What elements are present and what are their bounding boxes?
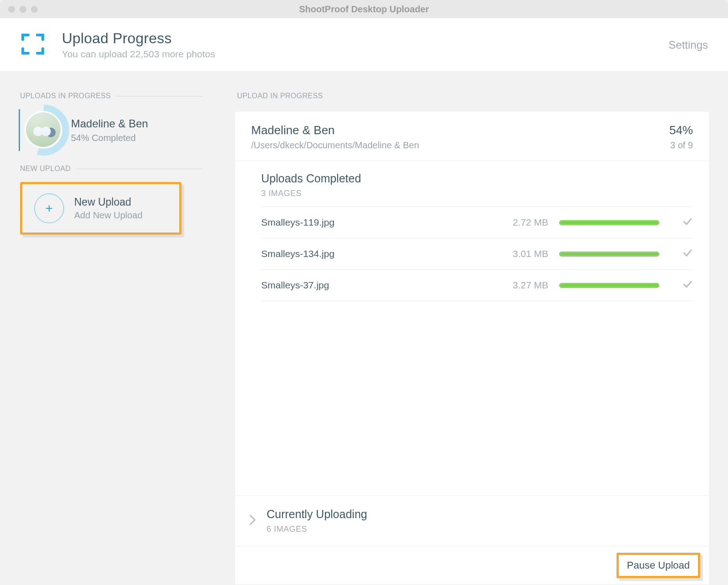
file-size: 3.01 MB (489, 248, 548, 259)
currently-uploading-row[interactable]: Currently Uploading 6 IMAGES (235, 495, 709, 546)
app-logo-icon (20, 31, 46, 59)
sidebar-section-new-text: NEW UPLOAD (20, 165, 71, 173)
main-content: UPLOAD IN PROGRESS Madeline & Ben /Users… (216, 72, 728, 585)
new-upload-title: New Upload (74, 196, 142, 208)
check-icon (682, 216, 693, 229)
completed-group-subtitle: 3 IMAGES (261, 189, 693, 198)
settings-link[interactable]: Settings (668, 39, 708, 51)
panel-body: Uploads Completed 3 IMAGES Smalleys-119.… (235, 161, 709, 495)
file-progress-bar (559, 220, 659, 225)
panel-upload-percent: 54% (669, 123, 693, 137)
app-header: Upload Progress You can upload 22,503 mo… (0, 18, 728, 72)
divider (116, 96, 202, 96)
main-section-label: UPLOAD IN PROGRESS (234, 92, 710, 100)
pause-upload-button[interactable]: Pause Upload (617, 553, 700, 578)
divider (76, 169, 202, 169)
sidebar-section-new-label: NEW UPLOAD (20, 165, 202, 173)
file-name: Smalleys-119.jpg (261, 217, 489, 228)
file-row: Smalleys-37.jpg3.27 MB (261, 269, 693, 301)
new-upload-button[interactable]: + New Upload Add New Upload (20, 182, 182, 235)
minimize-window-icon[interactable] (20, 6, 26, 13)
window-title: ShootProof Desktop Uploader (299, 4, 429, 15)
traffic-lights (0, 6, 38, 13)
close-window-icon[interactable] (8, 6, 15, 13)
panel-upload-count: 3 of 9 (669, 140, 693, 151)
chevron-right-icon (248, 514, 257, 528)
file-progress-bar (559, 252, 659, 257)
new-upload-subtitle: Add New Upload (74, 210, 142, 221)
panel-upload-name: Madeline & Ben (251, 123, 669, 137)
page-subtitle: You can upload 22,503 more photos (62, 49, 668, 60)
plus-icon: + (34, 193, 64, 223)
upload-thumbnail-icon (25, 111, 62, 148)
file-size: 2.72 MB (489, 217, 548, 228)
completed-group-title: Uploads Completed (261, 172, 693, 185)
check-icon (682, 279, 693, 292)
sidebar-section-uploads-text: UPLOADS IN PROGRESS (20, 92, 111, 100)
file-progress-bar (559, 283, 659, 288)
panel-upload-path: /Users/dkeck/Documents/Madeline & Ben (251, 140, 669, 151)
page-title: Upload Progress (62, 30, 668, 47)
zoom-window-icon[interactable] (31, 6, 38, 13)
window-titlebar: ShootProof Desktop Uploader (0, 0, 728, 18)
sidebar-upload-item[interactable]: Madeline & Ben 54% Completed (19, 109, 202, 151)
uploading-group-title: Currently Uploading (267, 508, 367, 521)
file-size: 3.27 MB (489, 280, 548, 291)
sidebar: UPLOADS IN PROGRESS Madeline & Ben 54% C… (0, 72, 216, 585)
upload-item-status: 54% Completed (71, 133, 148, 143)
panel-header: Madeline & Ben /Users/dkeck/Documents/Ma… (235, 111, 709, 161)
sidebar-section-uploads-label: UPLOADS IN PROGRESS (20, 92, 202, 100)
file-name: Smalleys-37.jpg (261, 280, 489, 291)
upload-thumbnail-progress (25, 111, 63, 149)
file-row: Smalleys-119.jpg2.72 MB (261, 207, 693, 238)
file-row: Smalleys-134.jpg3.01 MB (261, 238, 693, 269)
upload-item-name: Madeline & Ben (71, 117, 148, 130)
file-name: Smalleys-134.jpg (261, 248, 489, 259)
panel-footer: Pause Upload (235, 546, 709, 585)
upload-panel: Madeline & Ben /Users/dkeck/Documents/Ma… (234, 111, 710, 585)
check-icon (682, 247, 693, 260)
uploading-group-subtitle: 6 IMAGES (267, 524, 367, 534)
